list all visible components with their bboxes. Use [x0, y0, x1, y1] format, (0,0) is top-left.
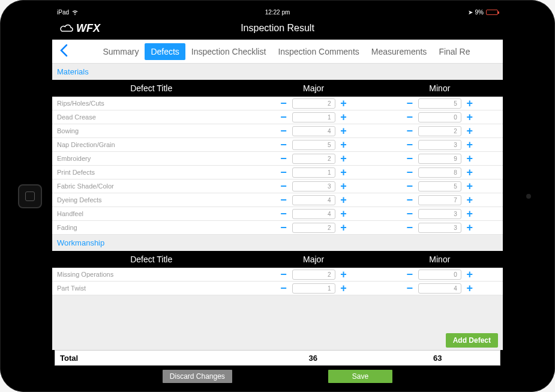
major-input[interactable] [292, 154, 335, 164]
save-button[interactable]: Save [328, 370, 392, 383]
minus-icon[interactable]: − [279, 269, 289, 280]
plus-icon[interactable]: + [465, 139, 475, 150]
plus-icon[interactable]: + [339, 208, 349, 219]
plus-icon[interactable]: + [339, 167, 349, 178]
minus-icon[interactable]: − [279, 112, 289, 122]
plus-icon[interactable]: + [465, 283, 475, 294]
plus-icon[interactable]: + [465, 208, 475, 219]
minus-icon[interactable]: − [279, 208, 289, 219]
minor-input[interactable] [418, 195, 461, 205]
minor-input[interactable] [418, 154, 461, 164]
tab-measurements[interactable]: Measurements [365, 43, 433, 60]
minor-input[interactable] [418, 167, 461, 178]
minus-icon[interactable]: − [405, 283, 415, 294]
content-area[interactable]: MaterialsDefect TitleMajorMinorRips/Hole… [52, 64, 503, 331]
minor-input[interactable] [418, 223, 461, 233]
minus-icon[interactable]: − [279, 153, 289, 164]
tab-summary[interactable]: Summary [97, 43, 145, 60]
plus-icon[interactable]: + [339, 222, 349, 233]
major-input[interactable] [292, 195, 335, 205]
table-row: Fabric Shade/Color−+−+ [52, 179, 503, 193]
col-major: Major [250, 83, 376, 93]
app-header: WFX Inspection Result [52, 17, 503, 40]
minus-icon[interactable]: − [279, 139, 289, 150]
minus-icon[interactable]: − [405, 269, 415, 280]
minor-input[interactable] [418, 270, 461, 280]
minus-icon[interactable]: − [405, 125, 415, 136]
minus-icon[interactable]: − [279, 222, 289, 233]
minor-input[interactable] [418, 140, 461, 150]
plus-icon[interactable]: + [339, 125, 349, 136]
tab-final-re[interactable]: Final Re [433, 43, 476, 60]
plus-icon[interactable]: + [339, 98, 349, 109]
minor-input[interactable] [418, 112, 461, 122]
tab-inspection-checklist[interactable]: Inspection Checklist [185, 43, 272, 60]
major-input[interactable] [292, 209, 335, 219]
plus-icon[interactable]: + [465, 181, 475, 191]
tabs-container: SummaryDefectsInspection ChecklistInspec… [75, 43, 498, 60]
minus-icon[interactable]: − [279, 98, 289, 109]
tab-inspection-comments[interactable]: Inspection Comments [272, 43, 365, 60]
minor-cell: −+ [377, 194, 503, 205]
major-cell: −+ [250, 283, 376, 294]
plus-icon[interactable]: + [465, 153, 475, 164]
major-input[interactable] [292, 181, 335, 191]
minus-icon[interactable]: − [405, 153, 415, 164]
plus-icon[interactable]: + [465, 112, 475, 122]
plus-icon[interactable]: + [465, 167, 475, 178]
plus-icon[interactable]: + [465, 125, 475, 136]
minus-icon[interactable]: − [405, 222, 415, 233]
major-input[interactable] [292, 223, 335, 233]
major-cell: −+ [250, 98, 376, 109]
major-input[interactable] [292, 283, 335, 294]
plus-icon[interactable]: + [465, 98, 475, 109]
plus-icon[interactable]: + [339, 283, 349, 294]
minus-icon[interactable]: − [405, 112, 415, 122]
camera-icon [526, 194, 531, 199]
plus-icon[interactable]: + [339, 139, 349, 150]
minor-input[interactable] [418, 283, 461, 294]
page-title: Inspection Result [241, 23, 314, 34]
major-input[interactable] [292, 126, 335, 136]
minus-icon[interactable]: − [405, 208, 415, 219]
minus-icon[interactable]: − [405, 167, 415, 178]
discard-button[interactable]: Discard Changes [163, 370, 232, 383]
tab-defects[interactable]: Defects [145, 43, 185, 60]
major-input[interactable] [292, 167, 335, 178]
major-input[interactable] [292, 140, 335, 150]
major-input[interactable] [292, 98, 335, 109]
plus-icon[interactable]: + [465, 269, 475, 280]
defect-title: Missing Operations [52, 271, 250, 278]
major-cell: −+ [250, 153, 376, 164]
minus-icon[interactable]: − [279, 283, 289, 294]
status-bar: iPad 12:22 pm ➤ 9% [52, 7, 503, 17]
plus-icon[interactable]: + [339, 194, 349, 205]
minus-icon[interactable]: − [405, 139, 415, 150]
minus-icon[interactable]: − [279, 167, 289, 178]
minor-input[interactable] [418, 98, 461, 109]
minus-icon[interactable]: − [279, 181, 289, 191]
plus-icon[interactable]: + [465, 194, 475, 205]
major-input[interactable] [292, 270, 335, 280]
back-button[interactable] [57, 42, 75, 61]
minus-icon[interactable]: − [405, 181, 415, 191]
home-button[interactable] [18, 184, 42, 208]
battery-pct: 9% [475, 9, 484, 16]
plus-icon[interactable]: + [339, 269, 349, 280]
major-input[interactable] [292, 112, 335, 122]
minor-input[interactable] [418, 181, 461, 191]
minus-icon[interactable]: − [405, 194, 415, 205]
minor-input[interactable] [418, 209, 461, 219]
add-defect-button[interactable]: Add Defect [446, 333, 498, 348]
minus-icon[interactable]: − [405, 98, 415, 109]
minus-icon[interactable]: − [279, 194, 289, 205]
plus-icon[interactable]: + [339, 181, 349, 191]
add-defect-row: Add Defect [52, 331, 503, 350]
col-minor: Minor [377, 83, 503, 93]
plus-icon[interactable]: + [465, 222, 475, 233]
minor-input[interactable] [418, 126, 461, 136]
plus-icon[interactable]: + [339, 153, 349, 164]
plus-icon[interactable]: + [339, 112, 349, 122]
section-label: Materials [52, 64, 503, 80]
minus-icon[interactable]: − [279, 125, 289, 136]
